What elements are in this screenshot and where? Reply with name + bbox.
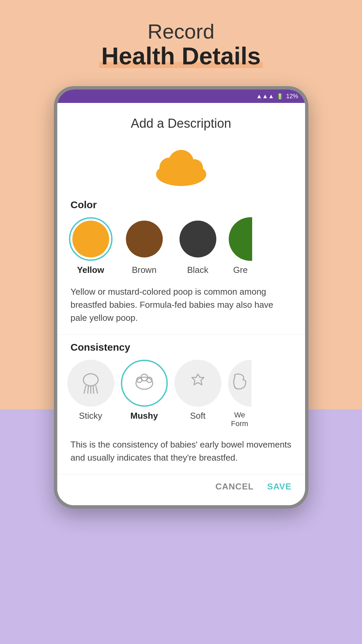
action-bar: CANCEL SAVE — [57, 474, 305, 495]
consistency-option-mushy[interactable]: Mushy — [121, 360, 168, 421]
divider — [57, 335, 305, 335]
status-bar-icons: ▲▲▲ 🔋 12% — [256, 93, 298, 100]
status-bar: ▲▲▲ 🔋 12% — [57, 90, 305, 103]
consistency-section-label: Consistency — [57, 342, 305, 360]
soft-icon — [186, 371, 210, 395]
modal-title: Add a Description — [57, 103, 305, 137]
sticky-icon — [79, 371, 102, 395]
color-description: Yellow or mustard-colored poop is common… — [57, 282, 305, 335]
svg-point-11 — [136, 377, 153, 389]
color-circle-wrapper-brown[interactable] — [123, 217, 166, 261]
color-option-green[interactable]: Gre — [228, 217, 253, 275]
consistency-wrapper-soft[interactable] — [174, 360, 221, 407]
battery-text: 12% — [286, 93, 298, 100]
color-circle-brown — [126, 221, 163, 257]
svg-line-6 — [84, 386, 86, 393]
cancel-button[interactable]: CANCEL — [215, 481, 254, 492]
color-option-yellow[interactable]: Yellow — [67, 217, 114, 275]
consistency-label-mushy: Mushy — [130, 411, 158, 421]
header-title-bold: Health Details — [101, 43, 261, 69]
color-circle-wrapper-black[interactable] — [176, 217, 220, 261]
battery-icon: 🔋 — [277, 93, 283, 100]
consistency-label-sticky: Sticky — [79, 411, 102, 421]
save-button[interactable]: SAVE — [267, 481, 292, 492]
consistency-options: Sticky Mushy — [57, 360, 305, 435]
color-option-brown[interactable]: Brown — [121, 217, 168, 275]
header-section: Record Health Details — [0, 0, 362, 79]
svg-point-4 — [158, 167, 205, 185]
poop-cloud-icon — [151, 141, 211, 188]
phone-inner: ▲▲▲ 🔋 12% Add a Description Color — [57, 90, 305, 505]
phone-container: ▲▲▲ 🔋 12% Add a Description Color — [54, 86, 308, 509]
signal-icon: ▲▲▲ — [256, 93, 274, 100]
color-label-brown: Brown — [132, 265, 157, 275]
consistency-option-soft[interactable]: Soft — [174, 360, 221, 421]
phone-content: Add a Description Color Yellow — [57, 103, 305, 505]
color-options: Yellow Brown Black Gre — [57, 217, 305, 282]
wellformed-icon — [231, 371, 251, 395]
mushy-icon — [133, 371, 156, 395]
consistency-label-wellformed: WeForm — [231, 411, 248, 428]
svg-line-7 — [88, 386, 88, 393]
consistency-wrapper-sticky[interactable] — [67, 360, 114, 407]
color-circle-wrapper-yellow[interactable] — [69, 217, 113, 261]
svg-point-5 — [83, 374, 98, 386]
svg-line-10 — [96, 386, 97, 393]
consistency-wrapper-wellformed[interactable] — [228, 360, 251, 407]
color-label-green: Gre — [233, 265, 247, 275]
color-label-black: Black — [187, 265, 209, 275]
poop-icon-container — [57, 137, 305, 199]
consistency-wrapper-mushy[interactable] — [121, 360, 168, 407]
color-label-yellow: Yellow — [77, 265, 104, 275]
consistency-option-wellformed[interactable]: WeForm — [228, 360, 251, 428]
color-circle-yellow — [72, 221, 109, 257]
consistency-label-soft: Soft — [190, 411, 205, 421]
header-title-light: Record — [0, 20, 362, 43]
color-section-label: Color — [57, 199, 305, 217]
color-option-black[interactable]: Black — [174, 217, 221, 275]
color-circle-green — [229, 217, 252, 261]
consistency-option-sticky[interactable]: Sticky — [67, 360, 114, 421]
color-circle-black — [179, 221, 216, 257]
consistency-description: This is the consistency of babies' early… — [57, 435, 305, 474]
svg-line-9 — [93, 386, 94, 393]
